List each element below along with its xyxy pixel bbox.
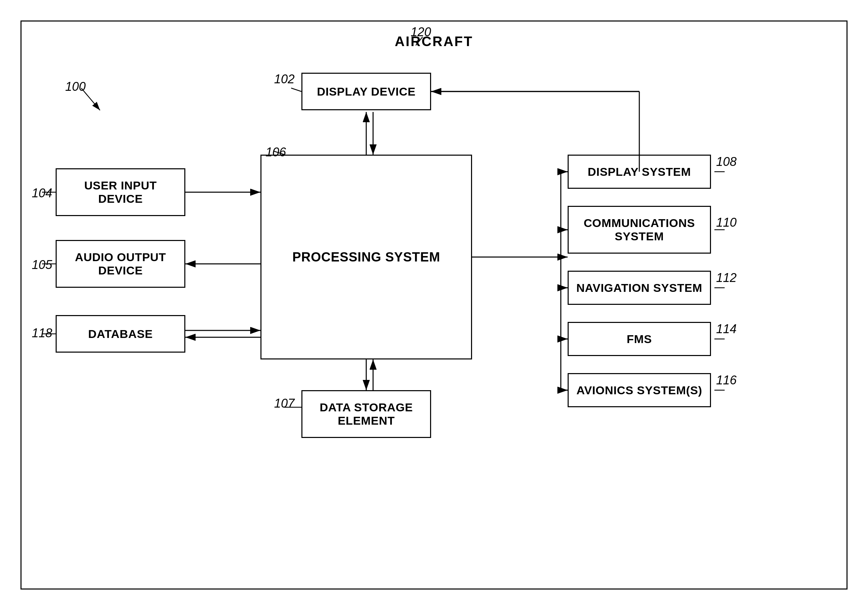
database-box: DATABASE xyxy=(56,315,185,352)
ref-102: 102 xyxy=(274,72,294,86)
ref-112: 112 xyxy=(716,271,736,285)
ref-116: 116 xyxy=(716,373,736,387)
ref-104: 104 xyxy=(32,186,52,200)
avionics-systems-box: AVIONICS SYSTEM(S) xyxy=(567,373,711,407)
ref-118: 118 xyxy=(32,326,52,340)
navigation-system-box: NAVIGATION SYSTEM xyxy=(567,271,711,305)
ref-120: 120 xyxy=(411,25,431,39)
ref-106: 106 xyxy=(265,145,286,160)
svg-line-5 xyxy=(291,88,301,92)
processing-system-box: PROCESSING SYSTEM xyxy=(260,155,472,359)
communications-system-box: COMMUNICATIONS SYSTEM xyxy=(567,206,711,254)
fms-box: FMS xyxy=(567,322,711,356)
aircraft-label: AIRCRAFT xyxy=(395,34,473,49)
diagram-border: AIRCRAFT 120 100 DISPLAY DEVICE 102 PROC… xyxy=(20,20,848,590)
ref-105: 105 xyxy=(32,258,52,272)
display-device-box: DISPLAY DEVICE xyxy=(301,73,431,110)
ref-100: 100 xyxy=(65,79,86,94)
display-system-box: DISPLAY SYSTEM xyxy=(567,155,711,189)
ref-114: 114 xyxy=(716,322,736,336)
ref-107: 107 xyxy=(274,396,294,411)
ref-108: 108 xyxy=(716,155,736,169)
user-input-device-box: USER INPUT DEVICE xyxy=(56,168,185,216)
audio-output-device-box: AUDIO OUTPUT DEVICE xyxy=(56,240,185,288)
ref-110: 110 xyxy=(716,216,736,230)
data-storage-element-box: DATA STORAGE ELEMENT xyxy=(301,390,431,438)
